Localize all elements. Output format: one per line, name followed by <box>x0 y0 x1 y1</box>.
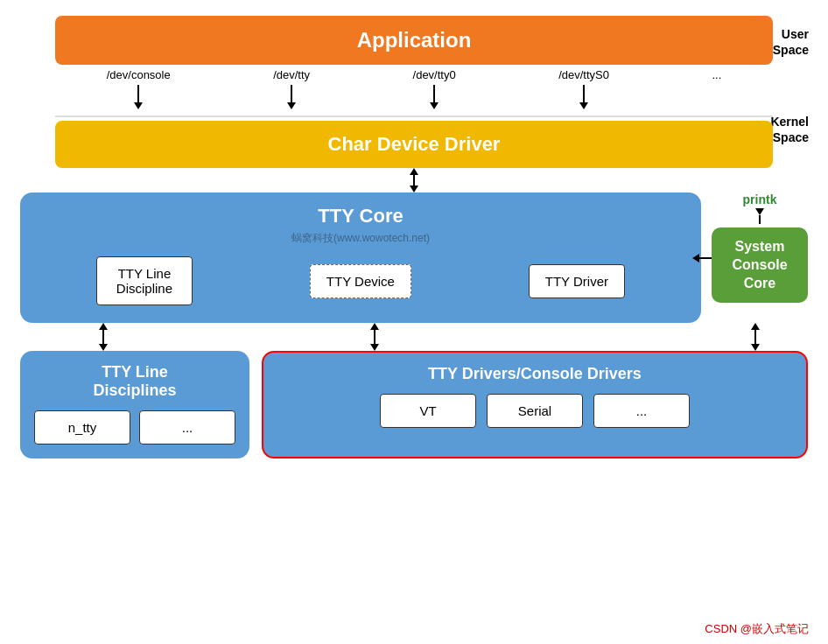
tty-drivers-inner: VT Serial ... <box>380 394 690 428</box>
drivers-dots-box: ... <box>593 394 690 428</box>
kernel-space-label: Kernel Space <box>770 114 809 145</box>
char-driver-label: Char Device Driver <box>328 133 501 155</box>
dev-path-dots: ... <box>712 68 721 109</box>
tty-drivers-title: TTY Drivers/Console Drivers <box>428 365 642 383</box>
dev-path-console: /dev/console <box>107 68 171 109</box>
drivers-arrow <box>370 323 379 351</box>
char-ttycore-arrow <box>55 168 773 192</box>
system-console-label: SystemConsoleCore <box>724 238 796 292</box>
tty-core-block: TTY Core 蜗窝科技(www.wowotech.net) TTY Line… <box>20 192 701 323</box>
printk-label: printk <box>743 192 777 206</box>
application-label: Application <box>357 28 472 52</box>
ld-arrow <box>99 323 108 351</box>
space-divider <box>55 116 773 117</box>
serial-box: Serial <box>487 394 583 428</box>
system-console-column: printk SystemConsoleCore <box>712 192 808 303</box>
diagram-container: User Space Kernel Space Application /dev… <box>0 0 828 644</box>
application-block: Application <box>55 16 773 65</box>
tty-ld-inner: n_tty ... <box>34 410 235 444</box>
dev-path-tty0: /dev/tty0 <box>413 68 456 109</box>
dev-paths-row: /dev/console /dev/tty /dev/tty0 <box>55 65 773 117</box>
system-console-block: SystemConsoleCore <box>712 228 808 303</box>
tty-driver-box: TTY Driver <box>529 264 625 298</box>
tty-device-box: TTY Device <box>310 264 411 298</box>
tty-core-row: TTY Core 蜗窝科技(www.wowotech.net) TTY Line… <box>20 192 808 323</box>
tty-ld-title: TTY LineDisciplines <box>93 363 176 400</box>
user-space-label: User Space <box>773 26 809 58</box>
tty-drivers-block: TTY Drivers/Console Drivers VT Serial ..… <box>262 351 808 458</box>
csdn-watermark: CSDN @嵌入式笔记 <box>705 621 809 637</box>
ld-dots-box: ... <box>139 410 235 444</box>
tty-core-inner: TTY LineDiscipline TTY Device TTY Driver <box>38 256 684 305</box>
n-tty-box: n_tty <box>34 410 130 444</box>
dev-path-ttys0: /dev/ttyS0 <box>558 68 609 109</box>
sysconsole-bottom-arrow <box>751 323 760 351</box>
char-device-driver-block: Char Device Driver <box>55 121 773 168</box>
printk-section: printk <box>743 192 777 224</box>
vt-box: VT <box>380 394 476 428</box>
bottom-section: TTY LineDisciplines n_tty ... TTY Driver… <box>20 351 808 458</box>
tty-ld-block: TTY LineDisciplines n_tty ... <box>20 351 249 458</box>
dev-path-tty: /dev/tty <box>273 68 310 109</box>
watermark: 蜗窝科技(www.wowotech.net) <box>38 231 684 246</box>
tty-line-discipline-box: TTY LineDiscipline <box>96 256 193 305</box>
tty-core-title: TTY Core <box>38 205 684 228</box>
bottom-arrows-row <box>20 323 808 351</box>
